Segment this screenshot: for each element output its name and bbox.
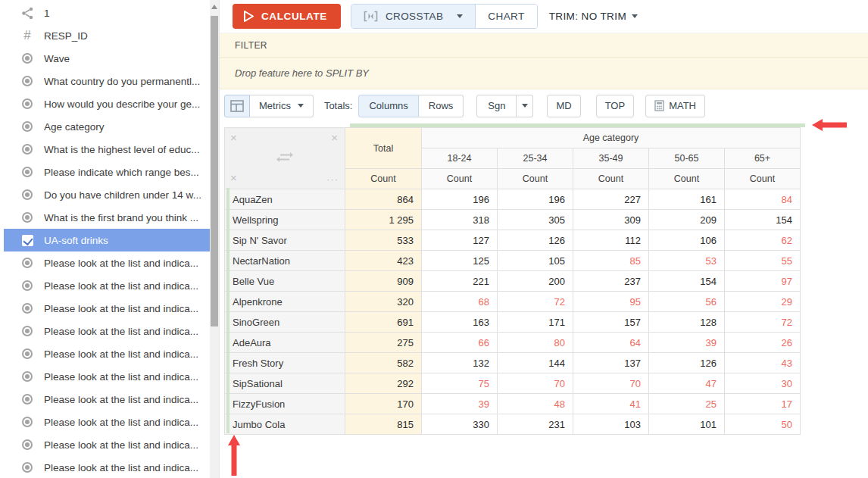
sgn-dropdown[interactable]: [517, 95, 533, 117]
row-label[interactable]: AdeAura: [225, 333, 345, 353]
sidebar-item[interactable]: Please look at the list and indica...: [4, 320, 210, 342]
count-cell: 305: [498, 210, 573, 230]
sidebar-item[interactable]: Please indicate which range bes...: [4, 161, 210, 183]
count-cell: 26: [725, 333, 801, 353]
sidebar-item[interactable]: Please look at the list and indica...: [4, 342, 210, 365]
sgn-button[interactable]: Sgn: [476, 95, 517, 117]
sidebar-item[interactable]: Please look at the list and indica...: [4, 388, 210, 411]
row-label[interactable]: AquaZen: [225, 189, 345, 210]
row-label[interactable]: SipSational: [225, 373, 345, 394]
remove-rows-icon[interactable]: ×: [230, 132, 237, 143]
count-cell: 41: [573, 394, 649, 414]
significance-group: Sgn: [476, 95, 533, 117]
sidebar-item[interactable]: Do you have children under 14 w...: [4, 183, 210, 206]
split-by-dropzone[interactable]: Drop feature here to SPLIT BY: [219, 58, 868, 89]
table-layout-button[interactable]: [224, 95, 250, 117]
row-label[interactable]: Alpenkrone: [225, 292, 345, 312]
sidebar-item-label: Please look at the list and indica...: [44, 303, 198, 314]
count-cell: 221: [422, 271, 498, 292]
trim-label: TRIM: NO TRIM: [549, 11, 626, 22]
chart-button[interactable]: CHART: [475, 5, 536, 28]
sidebar-item[interactable]: Age category: [4, 115, 210, 138]
row-label[interactable]: Sip N' Savor: [225, 230, 345, 251]
count-cell: 30: [725, 373, 801, 394]
total-column-header[interactable]: Total: [345, 128, 422, 169]
sidebar-item[interactable]: Wave: [4, 47, 210, 70]
sidebar-item[interactable]: What country do you permanentl...: [4, 70, 210, 92]
table-row: SipSational2927570704730: [225, 373, 801, 394]
scroll-up-icon[interactable]: [211, 5, 217, 9]
row-label[interactable]: Belle Vue: [225, 271, 345, 292]
totals-columns-button[interactable]: Columns: [358, 95, 418, 117]
sidebar-item[interactable]: Please look at the list and indica...: [4, 365, 210, 388]
crosstab-button[interactable]: CROSSTAB: [351, 5, 475, 28]
row-label[interactable]: FizzyFusion: [225, 394, 345, 414]
metric-header: Count: [422, 169, 498, 189]
radio-icon: [20, 301, 34, 315]
top-button[interactable]: TOP: [596, 95, 635, 117]
sgn-label: Sgn: [488, 100, 505, 111]
row-label[interactable]: Jumbo Cola: [225, 414, 345, 435]
filter-dropzone[interactable]: FILTER: [219, 33, 868, 58]
split-by-placeholder: Drop feature here to SPLIT BY: [235, 67, 369, 79]
age-column-header[interactable]: 18-24: [422, 148, 498, 169]
row-label[interactable]: SinoGreen: [225, 312, 345, 333]
row-label[interactable]: Fresh Story: [225, 353, 345, 373]
sidebar-item[interactable]: Please look at the list and indica...: [4, 297, 210, 320]
sidebar-item-selected[interactable]: UA-soft drinks: [4, 229, 210, 251]
sidebar-item-label: What is the first brand you think ...: [44, 212, 198, 223]
metrics-dropdown[interactable]: Metrics: [250, 95, 314, 117]
sidebar-item-label: Do you have children under 14 w...: [44, 189, 201, 201]
sidebar-item[interactable]: 1: [4, 2, 210, 24]
total-count-cell: 292: [345, 373, 422, 394]
trim-dropdown[interactable]: TRIM: NO TRIM: [549, 11, 638, 22]
md-button[interactable]: MD: [547, 95, 580, 117]
sidebar-item[interactable]: Please look at the list and indica...: [4, 456, 210, 478]
remove-metric-icon[interactable]: ×: [230, 172, 237, 183]
table-row: NectarNation423125105855355: [225, 251, 801, 271]
count-cell: 105: [498, 251, 573, 271]
sidebar-item[interactable]: Please look at the list and indica...: [4, 251, 210, 274]
remove-columns-icon[interactable]: ×: [331, 132, 338, 143]
more-options-icon[interactable]: ···: [326, 174, 339, 184]
feature-list: 1#RESP_IDWaveWhat country do you permane…: [0, 0, 210, 478]
math-button[interactable]: MATH: [645, 95, 705, 117]
count-cell: 47: [649, 373, 725, 394]
table-row: Fresh Story58213214413712643: [225, 353, 801, 373]
age-column-header[interactable]: 35-49: [573, 148, 649, 169]
scrollbar-thumb[interactable]: [211, 16, 218, 326]
swap-axes-icon[interactable]: [276, 152, 294, 166]
sidebar-item[interactable]: What is the first brand you think ...: [4, 206, 210, 229]
count-cell: 62: [725, 230, 801, 251]
row-label[interactable]: NectarNation: [225, 251, 345, 271]
count-cell: 80: [498, 333, 573, 353]
calculate-button[interactable]: CALCULATE: [233, 4, 341, 29]
sidebar-scrollbar[interactable]: [210, 0, 219, 478]
count-cell: 144: [498, 353, 573, 373]
count-cell: 75: [422, 373, 498, 394]
count-cell: 209: [649, 210, 725, 230]
annotation-arrow-up: [228, 435, 240, 476]
radio-icon: [20, 142, 34, 156]
sidebar-item[interactable]: Please look at the list and indica...: [4, 411, 210, 433]
count-cell: 56: [649, 292, 725, 312]
sidebar-item-label: What country do you permanentl...: [44, 76, 200, 87]
sidebar-item[interactable]: Please look at the list and indica...: [4, 433, 210, 456]
count-cell: 157: [573, 312, 649, 333]
age-column-header[interactable]: 50-65: [649, 148, 725, 169]
age-column-header[interactable]: 25-34: [498, 148, 573, 169]
count-cell: 72: [498, 292, 573, 312]
sidebar-item-label: Please look at the list and indica...: [44, 462, 198, 473]
row-label[interactable]: Wellspring: [225, 210, 345, 230]
totals-rows-button[interactable]: Rows: [419, 95, 464, 117]
sidebar-item[interactable]: What is the highest level of educ...: [4, 138, 210, 161]
sidebar-item[interactable]: Please look at the list and indica...: [4, 274, 210, 297]
total-count-cell: 533: [345, 230, 422, 251]
sidebar-item[interactable]: How would you describe your ge...: [4, 92, 210, 115]
columns-label: Columns: [369, 100, 407, 111]
split-group-header[interactable]: Age category: [422, 128, 801, 148]
radio-icon: [20, 74, 34, 88]
count-cell: 125: [422, 251, 498, 271]
sidebar-item[interactable]: #RESP_ID: [4, 24, 210, 47]
age-column-header[interactable]: 65+: [725, 148, 801, 169]
